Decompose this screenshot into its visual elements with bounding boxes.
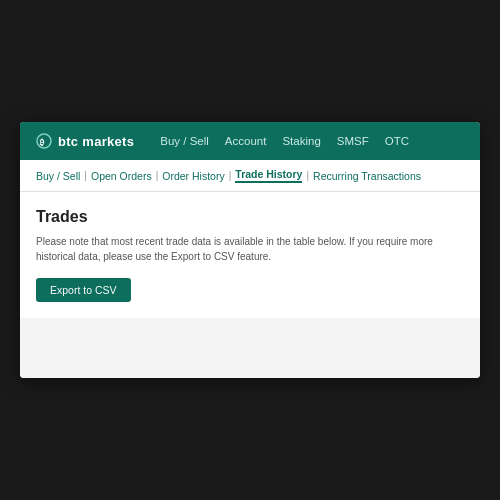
export-csv-button[interactable]: Export to CSV — [36, 278, 131, 302]
nav-item-buy-sell[interactable]: Buy / Sell — [160, 135, 209, 147]
breadcrumb-order-history[interactable]: Order History — [162, 170, 224, 182]
breadcrumb-sep-4: | — [306, 170, 309, 181]
nav-item-otc[interactable]: OTC — [385, 135, 409, 147]
browser-window: ₿ btc markets Buy / Sell Account Staking… — [20, 122, 480, 378]
navbar: ₿ btc markets Buy / Sell Account Staking… — [20, 122, 480, 160]
breadcrumb: Buy / Sell | Open Orders | Order History… — [20, 160, 480, 192]
breadcrumb-trade-history[interactable]: Trade History — [235, 168, 302, 183]
breadcrumb-open-orders[interactable]: Open Orders — [91, 170, 152, 182]
svg-text:₿: ₿ — [39, 138, 45, 147]
btcmarkets-logo-icon: ₿ — [36, 133, 52, 149]
breadcrumb-recurring-transactions[interactable]: Recurring Transactions — [313, 170, 421, 182]
nav-item-account[interactable]: Account — [225, 135, 267, 147]
breadcrumb-sep-3: | — [229, 170, 232, 181]
main-content: Trades Please note that most recent trad… — [20, 192, 480, 318]
breadcrumb-buy-sell[interactable]: Buy / Sell — [36, 170, 80, 182]
description-text: Please note that most recent trade data … — [36, 234, 456, 264]
page-wrapper: ₿ btc markets Buy / Sell Account Staking… — [0, 0, 500, 500]
logo-text: btc markets — [58, 134, 134, 149]
empty-area — [20, 318, 480, 378]
breadcrumb-sep-1: | — [84, 170, 87, 181]
nav-item-staking[interactable]: Staking — [282, 135, 320, 147]
nav-items: Buy / Sell Account Staking SMSF OTC — [160, 135, 409, 147]
logo-area[interactable]: ₿ btc markets — [36, 133, 134, 149]
breadcrumb-sep-2: | — [156, 170, 159, 181]
page-title: Trades — [36, 208, 464, 226]
nav-item-smsf[interactable]: SMSF — [337, 135, 369, 147]
